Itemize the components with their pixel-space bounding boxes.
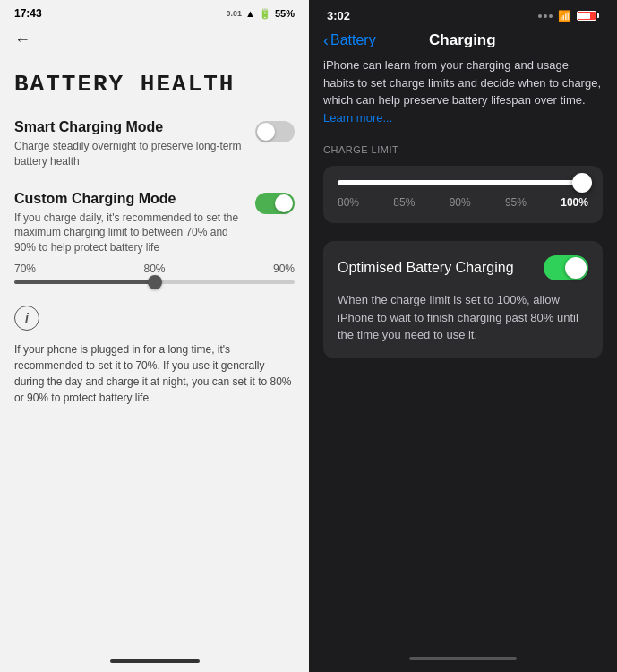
- slider-max-label: 90%: [273, 263, 295, 275]
- ios-slider-fill: [338, 180, 588, 185]
- smart-charging-row: Smart Charging Mode Charge steadily over…: [14, 119, 295, 169]
- optimised-desc: When the charge limit is set to 100%, al…: [338, 291, 588, 344]
- signal-dot-3: [549, 14, 553, 18]
- ios-slider-thumb[interactable]: [572, 173, 592, 193]
- back-chevron-icon: ‹: [323, 32, 329, 48]
- label-95: 95%: [505, 196, 527, 209]
- smart-charging-title: Smart Charging Mode: [14, 119, 247, 135]
- right-time: 3:02: [327, 9, 350, 22]
- smart-charging-text: Smart Charging Mode Charge steadily over…: [14, 119, 247, 169]
- data-speed: 0.01: [227, 9, 243, 18]
- signal-dot-1: [538, 14, 542, 18]
- label-90: 90%: [450, 196, 471, 209]
- custom-charging-row: Custom Charging Mode If you charge daily…: [14, 191, 295, 255]
- left-content: Smart Charging Mode Charge steadily over…: [0, 119, 309, 650]
- battery-fill: [578, 13, 590, 19]
- slider-fill: [14, 280, 155, 284]
- right-page-title: Charging: [376, 31, 603, 49]
- optimised-title: Optimised Battery Charging: [338, 260, 514, 276]
- left-status-bar: 17:43 0.01 ▲ 🔋 55%: [0, 0, 309, 23]
- battery-icon: 🔋: [259, 8, 271, 20]
- slider-labels: 70% 80% 90%: [14, 263, 295, 275]
- learn-more-link[interactable]: Learn more...: [323, 111, 392, 125]
- label-85: 85%: [393, 196, 415, 209]
- toggle-knob: [257, 123, 275, 141]
- slider-thumb[interactable]: [148, 275, 162, 289]
- custom-charging-toggle[interactable]: [255, 193, 295, 214]
- ios-charge-slider[interactable]: [338, 180, 588, 185]
- label-80: 80%: [338, 196, 359, 209]
- custom-charging-section: Custom Charging Mode If you charge daily…: [14, 191, 295, 284]
- info-icon-row: i: [14, 306, 295, 331]
- right-content: iPhone can learn from your charging and …: [309, 56, 617, 645]
- description-text: iPhone can learn from your charging and …: [323, 56, 603, 126]
- left-status-icons: 0.01 ▲ 🔋 55%: [227, 8, 295, 20]
- smart-charging-section: Smart Charging Mode Charge steadily over…: [14, 119, 295, 169]
- left-time: 17:43: [14, 7, 42, 20]
- wifi-icon: ▲: [245, 8, 255, 19]
- toggle-knob-2: [275, 194, 293, 212]
- custom-charging-title: Custom Charging Mode: [14, 191, 247, 207]
- charge-slider-card: 80% 85% 90% 95% 100%: [323, 166, 603, 223]
- optimised-charging-card: Optimised Battery Charging When the char…: [323, 241, 603, 358]
- back-battery-button[interactable]: ‹ Battery: [323, 32, 376, 48]
- home-bar: [110, 659, 200, 663]
- battery-body: [577, 11, 596, 21]
- right-panel: 3:02 📶 ‹ Battery Charging iPhone can le: [309, 0, 617, 672]
- back-button[interactable]: ←: [0, 23, 309, 56]
- optimised-row: Optimised Battery Charging: [338, 255, 588, 280]
- left-panel: 17:43 0.01 ▲ 🔋 55% ← BATTERY HEALTH Smar…: [0, 0, 309, 672]
- back-arrow-icon: ←: [14, 30, 30, 48]
- custom-charging-desc: If you charge daily, it's recommended to…: [14, 211, 247, 255]
- slider-mid-label: 80%: [143, 263, 165, 275]
- right-home-indicator: [309, 645, 617, 672]
- description-main: iPhone can learn from your charging and …: [323, 58, 601, 107]
- home-indicator: [0, 650, 309, 672]
- right-home-bar: [409, 657, 517, 660]
- wifi-icon: 📶: [558, 10, 571, 22]
- custom-slider[interactable]: [14, 280, 295, 284]
- info-text: If your phone is plugged in for a long t…: [14, 341, 295, 406]
- right-nav: ‹ Battery Charging: [309, 28, 617, 56]
- signal-icon: [538, 14, 553, 18]
- page-title: BATTERY HEALTH: [0, 56, 309, 119]
- signal-dot-2: [544, 14, 547, 18]
- smart-charging-desc: Charge steadily overnight to preserve lo…: [14, 139, 247, 169]
- label-100: 100%: [561, 196, 588, 209]
- battery-percent: 55%: [275, 8, 295, 19]
- right-status-bar: 3:02 📶: [309, 0, 617, 28]
- info-icon: i: [14, 306, 39, 331]
- back-battery-label: Battery: [330, 32, 376, 48]
- smart-charging-toggle[interactable]: [255, 121, 295, 142]
- battery-status-icon: [577, 11, 599, 21]
- optimised-charging-toggle[interactable]: [544, 255, 588, 280]
- custom-charging-text: Custom Charging Mode If you charge daily…: [14, 191, 247, 255]
- charge-limit-label: CHARGE LIMIT: [323, 144, 603, 155]
- ios-toggle-knob: [565, 257, 587, 279]
- right-status-icons: 📶: [538, 10, 599, 22]
- battery-tip: [597, 13, 599, 18]
- ios-slider-labels: 80% 85% 90% 95% 100%: [338, 196, 588, 209]
- slider-min-label: 70%: [14, 263, 36, 275]
